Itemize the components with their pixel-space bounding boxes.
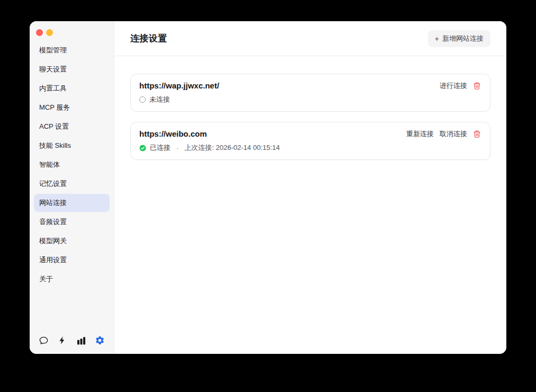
- delete-connection-icon[interactable]: [473, 130, 481, 139]
- connection-url: https://weibo.com: [139, 129, 207, 139]
- sidebar-footer: [30, 335, 114, 354]
- bar-chart-icon[interactable]: [76, 335, 86, 345]
- minimize-window-button[interactable]: [46, 29, 53, 36]
- settings-gear-icon[interactable]: [95, 335, 105, 345]
- sidebar-item-about[interactable]: 关于: [34, 270, 110, 288]
- disconnected-status-icon: [139, 96, 146, 103]
- main-header: 连接设置 + 新增网站连接: [114, 21, 506, 56]
- sidebar-item-skills[interactable]: 技能 Skills: [34, 137, 110, 155]
- lightning-icon[interactable]: [57, 335, 68, 345]
- add-website-connection-button[interactable]: + 新增网站连接: [428, 30, 490, 47]
- last-connected-label: 上次连接: 2026-02-14 00:15:14: [184, 143, 280, 153]
- sidebar-item-model-gateway[interactable]: 模型网关: [34, 232, 110, 250]
- sidebar-nav: 模型管理 聊天设置 内置工具 MCP 服务 ACP 设置 技能 Skills 智…: [30, 41, 114, 288]
- sidebar-item-mcp-services[interactable]: MCP 服务: [34, 99, 110, 117]
- window-controls: [30, 21, 114, 36]
- connection-card-weibo: https://weibo.com 重新连接 取消连接: [130, 122, 490, 160]
- sidebar-item-builtin-tools[interactable]: 内置工具: [34, 79, 110, 97]
- sidebar-item-model-management[interactable]: 模型管理: [34, 41, 110, 59]
- sidebar-item-chat-settings[interactable]: 聊天设置: [34, 60, 110, 78]
- chat-bubble-icon[interactable]: [38, 335, 49, 345]
- status-label: 已连接: [150, 143, 171, 153]
- reconnect-action[interactable]: 重新连接: [406, 129, 434, 139]
- sidebar-item-general-settings[interactable]: 通用设置: [34, 251, 110, 269]
- page-title: 连接设置: [130, 32, 167, 44]
- status-label: 未连接: [149, 95, 170, 104]
- settings-sidebar: 模型管理 聊天设置 内置工具 MCP 服务 ACP 设置 技能 Skills 智…: [30, 21, 114, 354]
- sidebar-item-agents[interactable]: 智能体: [34, 156, 110, 174]
- main-panel: 连接设置 + 新增网站连接 https://wap.jjwxc.net/ 进行连…: [114, 21, 506, 354]
- delete-connection-icon[interactable]: [473, 82, 481, 91]
- connection-status: 已连接 · 上次连接: 2026-02-14 00:15:14: [139, 143, 481, 153]
- connection-status: 未连接: [139, 95, 481, 104]
- connect-action[interactable]: 进行连接: [440, 81, 467, 91]
- connection-card-jjwxc: https://wap.jjwxc.net/ 进行连接: [130, 74, 490, 112]
- add-button-label: 新增网站连接: [442, 34, 484, 43]
- status-separator: ·: [176, 144, 178, 152]
- connections-list: https://wap.jjwxc.net/ 进行连接: [114, 56, 506, 188]
- disconnect-action[interactable]: 取消连接: [440, 129, 467, 139]
- app-window: 模型管理 聊天设置 内置工具 MCP 服务 ACP 设置 技能 Skills 智…: [30, 21, 506, 354]
- connection-url: https://wap.jjwxc.net/: [139, 81, 219, 91]
- connected-status-icon: [139, 145, 146, 152]
- close-window-button[interactable]: [36, 29, 43, 36]
- sidebar-item-website-connections[interactable]: 网站连接: [34, 194, 110, 212]
- plus-icon: +: [435, 34, 439, 43]
- sidebar-item-memory-settings[interactable]: 记忆设置: [34, 175, 110, 193]
- sidebar-item-acp-settings[interactable]: ACP 设置: [34, 118, 110, 136]
- sidebar-item-audio-settings[interactable]: 音频设置: [34, 213, 110, 231]
